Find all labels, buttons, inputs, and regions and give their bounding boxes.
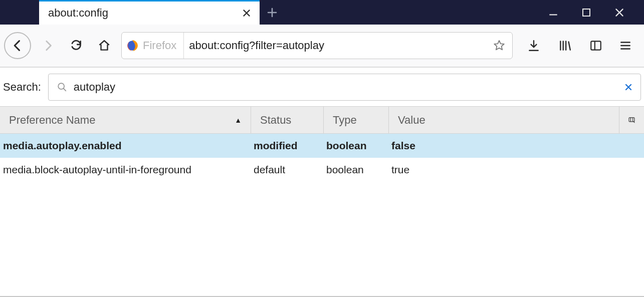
pref-cell-type: boolean xyxy=(323,140,388,152)
bookmark-star-icon[interactable] xyxy=(493,40,505,52)
column-header-name[interactable]: Preference Name ▲ xyxy=(0,107,251,133)
column-header-type[interactable]: Type xyxy=(323,107,388,133)
pref-search-box[interactable] xyxy=(48,74,641,101)
new-tab-button[interactable] xyxy=(260,0,285,25)
titlebar: about:config xyxy=(0,0,644,25)
maximize-window-button[interactable] xyxy=(579,5,594,20)
reload-button[interactable] xyxy=(65,35,87,57)
pref-cell-status: modified xyxy=(251,140,323,152)
pref-search-label: Search: xyxy=(3,81,41,94)
url-bar[interactable]: Firefox xyxy=(121,32,513,59)
home-button[interactable] xyxy=(93,35,115,57)
svg-rect-4 xyxy=(629,117,634,121)
pref-cell-name: media.block-autoplay-until-in-foreground xyxy=(0,164,251,176)
window-controls xyxy=(539,0,644,25)
column-header-value[interactable]: Value xyxy=(388,107,619,133)
titlebar-spacer xyxy=(285,0,539,25)
pref-cell-value: true xyxy=(388,164,644,176)
pref-cell-type: boolean xyxy=(323,164,388,176)
column-header-value-label: Value xyxy=(398,114,425,127)
forward-button[interactable] xyxy=(37,35,59,57)
pref-row[interactable]: media.block-autoplay-until-in-foreground… xyxy=(0,158,644,182)
navigation-toolbar: Firefox xyxy=(0,25,644,68)
pref-table-body: media.autoplay.enabledmodifiedbooleanfal… xyxy=(0,134,644,296)
column-header-name-label: Preference Name xyxy=(9,114,95,127)
library-button[interactable] xyxy=(554,35,576,57)
pref-table: Preference Name ▲ Status Type Value medi… xyxy=(0,107,644,297)
column-header-type-label: Type xyxy=(333,114,357,127)
sort-asc-icon: ▲ xyxy=(235,116,242,124)
pref-row[interactable]: media.autoplay.enabledmodifiedbooleanfal… xyxy=(0,134,644,158)
back-button[interactable] xyxy=(4,32,31,59)
downloads-button[interactable] xyxy=(523,35,545,57)
clear-search-icon[interactable] xyxy=(624,83,632,91)
column-header-status[interactable]: Status xyxy=(251,107,323,133)
browser-tab[interactable]: about:config xyxy=(39,0,260,25)
firefox-logo-icon xyxy=(126,39,139,52)
minimize-window-button[interactable] xyxy=(546,5,561,20)
svg-rect-2 xyxy=(591,41,601,50)
sidebar-button[interactable] xyxy=(585,35,607,57)
pref-cell-status: default xyxy=(251,164,323,176)
pref-cell-value: false xyxy=(388,140,644,152)
pref-search-row: Search: xyxy=(0,68,644,107)
identity-label: Firefox xyxy=(143,39,176,52)
identity-box[interactable]: Firefox xyxy=(126,33,184,59)
app-menu-button[interactable] xyxy=(616,35,635,57)
close-tab-icon[interactable] xyxy=(241,7,253,19)
svg-rect-0 xyxy=(583,9,590,16)
browser-tab-title: about:config xyxy=(48,7,234,20)
toolbar-right-group xyxy=(523,35,635,57)
pref-search-input[interactable] xyxy=(74,81,618,94)
pref-table-header: Preference Name ▲ Status Type Value xyxy=(0,107,644,134)
tab-strip-leading-space xyxy=(0,0,39,25)
pref-cell-name: media.autoplay.enabled xyxy=(0,140,251,152)
url-input[interactable] xyxy=(189,39,488,52)
search-icon xyxy=(57,82,68,93)
column-header-status-label: Status xyxy=(260,114,291,127)
about-config-page: Search: Preference Name ▲ Status Type xyxy=(0,68,644,297)
column-picker-button[interactable] xyxy=(619,107,644,133)
close-window-button[interactable] xyxy=(612,5,627,20)
